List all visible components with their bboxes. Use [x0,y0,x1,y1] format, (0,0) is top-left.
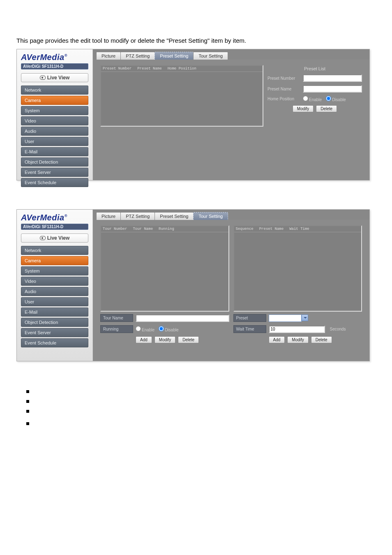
eye-icon [40,236,46,240]
app-window-tour: AVerMedia® AVerDiGi SF1311H-D Live View … [16,209,370,361]
sidebar-item-system[interactable]: System [21,266,88,275]
live-view-label: Live View [47,75,69,81]
col-wait-time: Wait Time [289,227,309,231]
sidebar-item-event-schedule[interactable]: Event Schedule [21,178,88,187]
bullet-list [16,390,376,432]
label-home-position: Home Position [267,97,300,101]
tour-content: Tour Number Tour Name Running Tour Name … [93,220,369,361]
col-home-position: Home Position [168,67,196,71]
label-wait-time: Wait Time [233,325,266,333]
live-view-button[interactable]: Live View [21,234,88,243]
seconds-label: Seconds [330,327,346,331]
preset-name-input[interactable] [303,85,362,92]
sidebar-item-audio[interactable]: Audio [21,287,88,296]
square-bullet-icon [26,422,29,425]
home-position-radios: Enable Disable [303,96,346,102]
modify-button[interactable]: Modify [287,336,308,343]
sidebar-item-camera[interactable]: Camera [21,96,88,105]
tour-name-input[interactable] [136,314,229,322]
sidebar: AVerMedia® AVerDiGi SF1311H-D Live View … [17,49,93,180]
tour-list-header: Tour Number Tour Name Running [101,226,228,232]
col-preset-number: Preset Number [103,67,131,71]
tab-tour[interactable]: Tour Setting [193,212,228,220]
wait-time-input[interactable] [269,326,325,333]
modify-button[interactable]: Modify [293,105,314,112]
running-radios: Enable Disable [136,326,179,332]
radio-disable[interactable]: Disable [159,326,178,332]
radio-disable[interactable]: Disable [326,96,346,102]
square-bullet-icon [26,390,29,393]
sidebar-item-user[interactable]: User [21,297,88,306]
sidebar-item-event-server[interactable]: Event Server [21,328,88,337]
sidebar-item-object-detection[interactable]: Object Detection [21,318,88,327]
col-tour-number: Tour Number [103,227,127,231]
preset-select[interactable] [269,314,308,322]
radio-enable[interactable]: Enable [136,326,154,332]
label-tour-name: Tour Name [100,314,133,322]
tab-row: Picture PTZ Setting Preset Setting Tour … [96,52,228,60]
square-bullet-icon [26,400,29,403]
col-tour-name: Tour Name [133,227,153,231]
col-running: Running [159,227,174,231]
preset-number-input[interactable] [303,74,362,82]
preset-form-title: Preset List [267,65,362,74]
delete-button[interactable]: Delete [311,336,332,343]
add-button[interactable]: Add [269,336,285,343]
col-preset-name: Preset Name [137,67,161,71]
preset-select-input[interactable] [269,314,302,322]
tab-row: Picture PTZ Setting Preset Setting Tour … [96,212,228,220]
tab-ptz[interactable]: PTZ Setting [120,212,155,220]
eye-icon [40,76,46,80]
brand-logo: AVerMedia® [21,53,88,62]
chevron-down-icon[interactable] [302,314,308,321]
sidebar-item-video[interactable]: Video [21,116,88,125]
sidebar-item-event-schedule[interactable]: Event Schedule [21,338,88,347]
sequence-list-box[interactable]: Sequence Preset Name Wait Time [233,225,362,312]
sidebar-item-email[interactable]: E-Mail [21,147,88,156]
main-area: Picture PTZ Setting Preset Setting Tour … [93,210,369,361]
radio-enable[interactable]: Enable [303,96,322,102]
sidebar: AVerMedia® AVerDiGi SF1311H-D Live View … [17,210,93,361]
live-view-button[interactable]: Live View [21,73,88,82]
tab-preset[interactable]: Preset Setting [154,52,194,60]
sidebar-item-network[interactable]: Network [21,246,88,255]
subbrand-badge: AVerDiGi SF1311H-D [21,63,88,69]
live-view-label: Live View [47,235,69,241]
label-preset-number: Preset Number [267,76,300,81]
tab-preset[interactable]: Preset Setting [154,212,194,220]
delete-button[interactable]: Delete [178,336,199,343]
sidebar-item-system[interactable]: System [21,106,88,115]
sidebar-item-audio[interactable]: Audio [21,127,88,136]
sidebar-item-user[interactable]: User [21,137,88,146]
sidebar-item-network[interactable]: Network [21,86,88,95]
sidebar-item-object-detection[interactable]: Object Detection [21,157,88,166]
tab-picture[interactable]: Picture [96,52,121,60]
tab-picture[interactable]: Picture [96,212,121,220]
label-preset-name: Preset Name [267,87,300,91]
label-running: Running [100,325,133,333]
tab-ptz[interactable]: PTZ Setting [120,52,155,60]
preset-content: Preset Number Preset Name Home Position … [93,59,369,180]
intro-text: This page provides the edit tool to modi… [16,37,376,44]
sidebar-item-event-server[interactable]: Event Server [21,168,88,177]
col-preset-name: Preset Name [259,227,284,231]
square-bullet-icon [26,410,29,413]
label-preset: Preset [233,314,266,322]
add-button[interactable]: Add [136,336,152,343]
tab-tour[interactable]: Tour Setting [193,52,228,60]
preset-form: Preset List Preset Number Preset Name Ho… [267,65,362,112]
brand-logo: AVerMedia® [21,213,88,222]
sequence-list-header: Sequence Preset Name Wait Time [234,226,362,232]
app-window-preset: AVerMedia® AVerDiGi SF1311H-D Live View … [16,49,370,180]
sidebar-item-camera[interactable]: Camera [21,256,88,265]
preset-list-header: Preset Number Preset Name Home Position [101,66,263,72]
main-area: Picture PTZ Setting Preset Setting Tour … [93,49,369,180]
modify-button[interactable]: Modify [154,336,175,343]
preset-list-box[interactable]: Preset Number Preset Name Home Position [100,65,263,127]
sidebar-item-email[interactable]: E-Mail [21,308,88,317]
sidebar-item-video[interactable]: Video [21,277,88,286]
subbrand-badge: AVerDiGi SF1311H-D [21,224,88,230]
tour-list-box[interactable]: Tour Number Tour Name Running [100,225,229,312]
delete-button[interactable]: Delete [316,105,337,112]
col-sequence: Sequence [236,227,254,231]
